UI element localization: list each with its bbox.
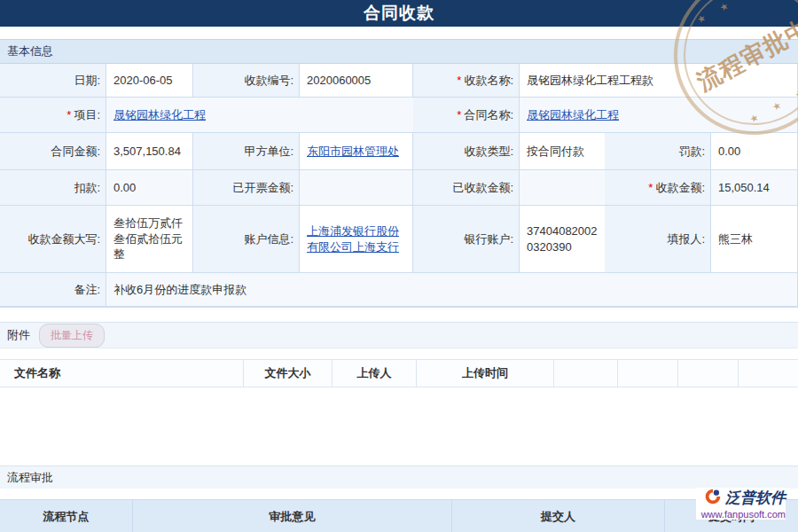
- field-label-received-amount: 已收款金额:: [413, 170, 520, 206]
- field-value-project: 晟铭园林绿化工程: [106, 98, 413, 133]
- value-text: 补收6月份的进度款申报款: [113, 282, 246, 298]
- required-mark: *: [457, 73, 461, 89]
- workflow-header-submitter: 提交人: [452, 500, 665, 532]
- field-value-party-a: 东阳市园林管理处: [300, 133, 413, 170]
- attachments-header-filename: 文件名称: [0, 360, 244, 387]
- field-label-account-info: 账户信息:: [193, 206, 300, 273]
- required-mark: *: [457, 107, 461, 123]
- required-mark: *: [648, 180, 653, 196]
- field-label-receipt-name: *收款名称:: [413, 64, 520, 98]
- contract-name-link[interactable]: 晟铭园林绿化工程: [527, 107, 619, 123]
- fanpu-logo-icon: [705, 489, 721, 508]
- label-text: 日期:: [74, 73, 100, 89]
- section-basic-info: 基本信息: [0, 39, 798, 64]
- field-label-amount-in-words: 收款金额大写:: [0, 206, 106, 273]
- basic-info-form: 日期: 2020-06-05 收款编号: 2020060005 *收款名称: 晟…: [0, 64, 798, 308]
- value-text: 3,507,150.84: [113, 144, 181, 160]
- field-label-date: 日期:: [0, 64, 106, 98]
- account-info-link[interactable]: 上海浦发银行股份有限公司上海支行: [307, 223, 407, 254]
- value-text: 按合同付款: [527, 144, 584, 160]
- field-value-received-amount: [520, 170, 605, 206]
- field-value-remark: 补收6月份的进度款申报款: [106, 273, 798, 307]
- attachments-empty-list: [0, 387, 798, 466]
- value-text: 晟铭园林绿化工程工程款: [527, 73, 653, 89]
- label-text: 收款金额:: [655, 180, 705, 196]
- field-value-contract-amount: 3,507,150.84: [106, 133, 193, 170]
- field-label-contract-amount: 合同金额:: [0, 133, 106, 170]
- field-value-filler: 熊三林: [711, 206, 798, 273]
- attachments-header-upload-time: 上传时间: [417, 360, 554, 387]
- section-basic-info-title: 基本信息: [7, 43, 53, 59]
- value-text: 0.00: [718, 144, 740, 160]
- field-value-account-info: 上海浦发银行股份有限公司上海支行: [300, 206, 413, 273]
- value-text: 374040820020320390: [527, 223, 599, 254]
- label-text: 合同名称:: [464, 107, 513, 123]
- field-value-receipt-type: 按合同付款: [520, 133, 605, 170]
- value-text: 叁拾伍万贰仟叁佰贰拾伍元整: [113, 215, 187, 262]
- label-text: 收款名称:: [464, 73, 513, 89]
- field-label-penalty: 罚款:: [605, 133, 711, 170]
- label-text: 备注:: [74, 282, 100, 298]
- label-text: 填报人:: [667, 231, 705, 247]
- field-value-penalty: 0.00: [711, 133, 798, 170]
- brand-url: www.fanpusoft.com: [701, 509, 786, 520]
- field-value-contract-name: 晟铭园林绿化工程: [520, 98, 798, 133]
- section-workflow: 流程审批: [0, 466, 798, 489]
- field-label-contract-name: *合同名称:: [413, 98, 520, 133]
- section-attachments-title: 附件: [7, 327, 30, 343]
- attachments-header-empty: [618, 360, 678, 387]
- batch-upload-button[interactable]: 批量上传: [39, 324, 105, 348]
- section-workflow-title: 流程审批: [7, 470, 53, 486]
- label-text: 扣款:: [74, 180, 100, 196]
- workflow-table-header: 流程节点 审批意见 提交人 提交时间: [0, 499, 798, 532]
- field-value-amount-in-words: 叁拾伍万贰仟叁佰贰拾伍元整: [106, 206, 193, 273]
- field-label-deduction: 扣款:: [0, 170, 106, 206]
- label-text: 银行账户:: [464, 231, 513, 247]
- field-label-party-a: 甲方单位:: [193, 133, 300, 170]
- field-value-date: 2020-06-05: [106, 64, 193, 98]
- value-text: 0.00: [113, 180, 136, 196]
- label-text: 罚款:: [678, 144, 705, 160]
- field-label-receipt-no: 收款编号:: [193, 64, 300, 98]
- field-label-project: *项目:: [0, 98, 106, 133]
- field-value-invoiced-amount: [300, 170, 413, 206]
- field-label-receipt-amount: *收款金额:: [605, 170, 711, 206]
- required-mark: *: [66, 107, 71, 123]
- field-label-receipt-type: 收款类型:: [413, 133, 520, 170]
- label-text: 收款编号:: [244, 73, 293, 89]
- value-text: 2020-06-05: [113, 73, 173, 89]
- workflow-header-node: 流程节点: [0, 500, 133, 532]
- attachments-header-filesize: 文件大小: [244, 360, 332, 387]
- label-text: 项目:: [74, 107, 100, 123]
- attachments-table-header: 文件名称 文件大小 上传人 上传时间: [0, 359, 798, 387]
- label-text: 账户信息:: [244, 231, 293, 247]
- label-text: 收款金额大写:: [27, 231, 100, 247]
- field-label-bank-account: 银行账户:: [413, 206, 520, 273]
- footer-brand: 泛普软件 www.fanpusoft.com: [696, 488, 786, 520]
- label-text: 甲方单位:: [244, 144, 293, 160]
- field-value-receipt-no: 2020060005: [300, 64, 413, 98]
- field-value-bank-account: 374040820020320390: [520, 206, 605, 273]
- field-value-receipt-amount: 15,050.14: [711, 170, 798, 206]
- workflow-header-opinion: 审批意见: [133, 500, 452, 532]
- label-text: 已收款金额:: [452, 180, 513, 196]
- label-text: 合同金额:: [51, 144, 100, 160]
- label-text: 收款类型:: [464, 144, 513, 160]
- attachments-header-empty: [678, 360, 739, 387]
- page-header: 合同收款: [0, 0, 798, 27]
- field-label-filler: 填报人:: [605, 206, 711, 273]
- party-a-link[interactable]: 东阳市园林管理处: [307, 144, 399, 160]
- value-text: 熊三林: [718, 231, 753, 247]
- page-title: 合同收款: [364, 2, 434, 25]
- field-value-receipt-name: 晟铭园林绿化工程工程款: [520, 64, 798, 98]
- field-label-invoiced-amount: 已开票金额:: [193, 170, 300, 206]
- section-attachments: 附件 批量上传: [0, 322, 798, 348]
- attachments-header-uploader: 上传人: [332, 360, 417, 387]
- value-text: 15,050.14: [718, 180, 770, 196]
- field-label-remark: 备注:: [0, 273, 106, 307]
- brand-name: 泛普软件: [725, 488, 786, 508]
- attachments-header-empty: [739, 360, 798, 387]
- field-value-deduction: 0.00: [106, 170, 193, 206]
- label-text: 已开票金额:: [232, 180, 293, 196]
- project-link[interactable]: 晟铭园林绿化工程: [113, 107, 206, 123]
